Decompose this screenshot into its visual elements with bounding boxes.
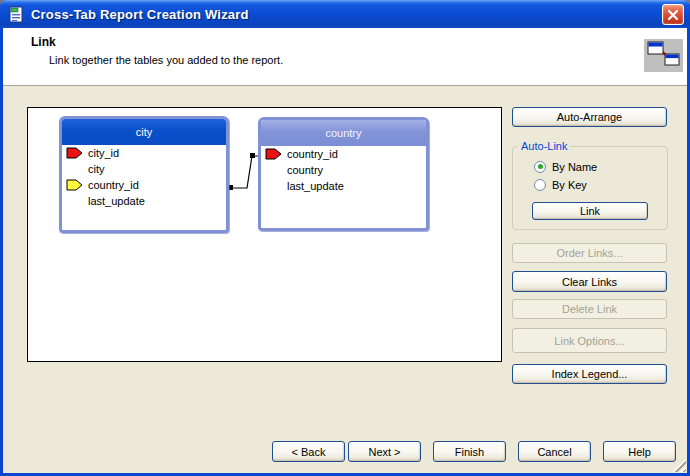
field-name: country	[287, 164, 323, 176]
table-field-row[interactable]: city_id	[62, 145, 226, 161]
radio-label: By Name	[552, 161, 597, 173]
red-key-icon	[66, 147, 88, 159]
delete-link-button: Delete Link	[512, 299, 667, 319]
field-name: last_update	[88, 195, 145, 207]
clear-links-button[interactable]: Clear Links	[512, 271, 667, 292]
db-table-header[interactable]: city	[62, 119, 226, 145]
table-field-row[interactable]: last_update	[261, 178, 426, 194]
db-table-city[interactable]: citycity_idcitycountry_idlast_update	[59, 116, 229, 233]
field-name: country_id	[88, 179, 139, 191]
back-button[interactable]: < Back	[272, 441, 345, 462]
titlebar[interactable]: Cross-Tab Report Creation Wizard	[0, 0, 690, 28]
wizard-window: Cross-Tab Report Creation Wizard Link Li…	[0, 0, 690, 476]
table-field-row[interactable]: city	[62, 161, 226, 177]
next-button[interactable]: Next >	[348, 441, 421, 462]
help-button[interactable]: Help	[603, 441, 676, 462]
db-table-country[interactable]: countrycountry_idcountrylast_update	[258, 117, 429, 231]
radio-by-key[interactable]: By Key	[534, 178, 587, 191]
link-diagram-canvas[interactable]: citycity_idcitycountry_idlast_updatecoun…	[27, 107, 502, 362]
report-document-icon	[8, 6, 25, 23]
order-links-button: Order Links...	[512, 243, 667, 263]
radio-circle-icon	[534, 161, 546, 173]
close-button[interactable]	[662, 4, 684, 25]
table-field-row[interactable]: country_id	[261, 146, 426, 162]
table-field-row[interactable]: country_id	[62, 177, 226, 193]
step-title: Link	[31, 35, 56, 49]
radio-selected-dot	[538, 164, 543, 169]
radio-label: By Key	[552, 179, 587, 191]
index-legend-button[interactable]: Index Legend...	[512, 364, 667, 384]
table-field-row[interactable]: last_update	[62, 193, 226, 209]
auto-link-label: Auto-Link	[518, 140, 570, 152]
link-options-button: Link Options...	[512, 328, 667, 353]
yellow-key-icon	[66, 179, 88, 191]
db-table-header[interactable]: country	[261, 120, 426, 146]
linked-tables-icon	[644, 39, 683, 72]
field-name: last_update	[287, 180, 344, 192]
cancel-button[interactable]: Cancel	[518, 441, 591, 462]
radio-by-name[interactable]: By Name	[534, 160, 597, 173]
window-title: Cross-Tab Report Creation Wizard	[31, 7, 690, 22]
field-name: city_id	[88, 147, 119, 159]
field-name: country_id	[287, 148, 338, 160]
link-button[interactable]: Link	[532, 202, 648, 220]
radio-circle-icon	[534, 179, 546, 191]
wizard-step-header: Link Link together the tables you added …	[3, 28, 687, 86]
red-key-icon	[265, 148, 287, 160]
step-subtitle: Link together the tables you added to th…	[49, 54, 283, 66]
finish-button[interactable]: Finish	[433, 441, 506, 462]
field-name: city	[88, 163, 105, 175]
table-field-row[interactable]: country	[261, 162, 426, 178]
auto-arrange-button[interactable]: Auto-Arrange	[512, 107, 667, 127]
